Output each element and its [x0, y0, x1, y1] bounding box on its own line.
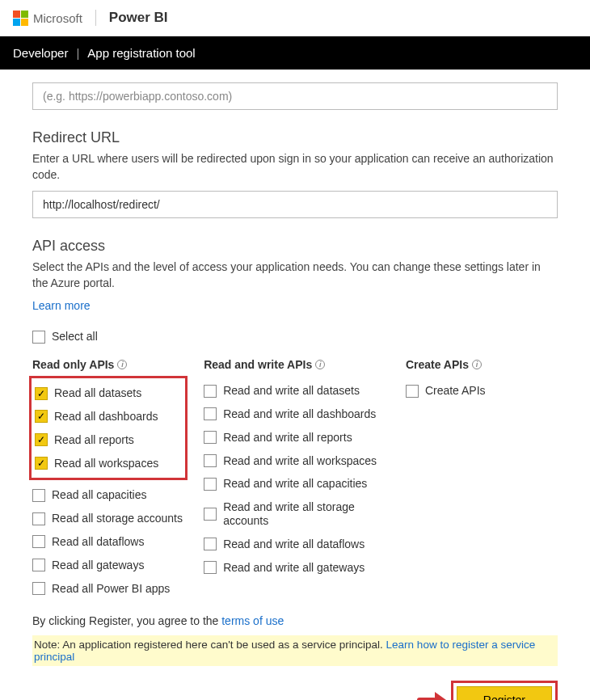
- content: Redirect URL Enter a URL where users wil…: [0, 70, 590, 700]
- checkbox[interactable]: [35, 410, 48, 423]
- readwrite-header: Read and write APIs i: [204, 358, 386, 371]
- checkbox[interactable]: [32, 582, 45, 595]
- redirect-title: Redirect URL: [32, 129, 558, 146]
- api-item-label: Read all datasets: [54, 386, 141, 400]
- learn-more-link[interactable]: Learn more: [32, 299, 91, 312]
- checkbox[interactable]: [35, 457, 48, 470]
- api-desc: Select the APIs and the level of access …: [32, 259, 558, 291]
- api-item-label: Read all Power BI apps: [52, 582, 170, 596]
- api-item[interactable]: Read all workspaces: [35, 452, 182, 475]
- info-icon[interactable]: i: [117, 360, 127, 369]
- agree-prefix: By clicking Register, you agree to the: [32, 614, 221, 627]
- agree-text: By clicking Register, you agree to the t…: [32, 614, 558, 627]
- checkbox[interactable]: [204, 478, 217, 491]
- api-title: API access: [32, 238, 558, 255]
- api-item-label: Read and write all storage accounts: [223, 500, 386, 528]
- select-all-checkbox[interactable]: [32, 331, 45, 344]
- api-item[interactable]: Read all gateways: [32, 554, 184, 577]
- action-row: Register: [32, 681, 558, 700]
- api-item[interactable]: Read all datasets: [35, 382, 182, 405]
- api-item[interactable]: Read all dashboards: [35, 405, 182, 428]
- api-item[interactable]: Read and write all dataflows: [204, 533, 386, 556]
- api-item-label: Read all workspaces: [54, 457, 158, 470]
- api-columns: Read only APIs i Read all datasets Read …: [32, 358, 558, 600]
- api-item[interactable]: Read all Power BI apps: [32, 577, 184, 601]
- checkbox[interactable]: [204, 431, 217, 444]
- api-item-label: Read and write all gateways: [223, 561, 365, 575]
- api-item-label: Read all dashboards: [54, 410, 158, 424]
- checkbox[interactable]: [32, 489, 45, 502]
- api-item[interactable]: Read all capacities: [32, 483, 184, 507]
- checkbox[interactable]: [406, 385, 419, 398]
- readonly-header: Read only APIs i: [32, 358, 184, 371]
- breadcrumb-separator: |: [76, 46, 79, 60]
- readonly-column: Read only APIs i Read all datasets Read …: [32, 358, 184, 600]
- checkbox[interactable]: [204, 454, 217, 467]
- api-item[interactable]: Read and write all gateways: [204, 556, 386, 580]
- api-item-label: Read all gateways: [52, 559, 144, 572]
- api-item-label: Read and write all datasets: [223, 384, 360, 398]
- api-item[interactable]: Create APIs: [406, 379, 558, 403]
- microsoft-logo: Microsoft: [13, 11, 82, 26]
- checkbox[interactable]: [204, 407, 217, 420]
- api-item-label: Read and write all dashboards: [223, 407, 376, 421]
- info-icon[interactable]: i: [472, 360, 482, 369]
- subheader: Developer | App registration tool: [0, 36, 590, 70]
- readwrite-title: Read and write APIs: [204, 358, 312, 371]
- note-bar: Note: An application registered here can…: [32, 635, 558, 666]
- api-item[interactable]: Read and write all workspaces: [204, 449, 386, 473]
- readonly-title: Read only APIs: [32, 358, 114, 371]
- api-item-label: Read and write all reports: [223, 431, 352, 445]
- register-highlight: Register: [451, 681, 558, 700]
- arrow-icon: [417, 694, 446, 700]
- checkbox[interactable]: [204, 508, 217, 521]
- checkbox[interactable]: [35, 433, 48, 446]
- checkbox[interactable]: [204, 385, 217, 398]
- api-item[interactable]: Read all storage accounts: [32, 507, 184, 530]
- checkbox[interactable]: [204, 538, 217, 550]
- api-item-label: Read and write all dataflows: [223, 538, 365, 551]
- checkbox[interactable]: [32, 559, 45, 571]
- app-url-input[interactable]: [32, 82, 558, 110]
- api-item[interactable]: Read and write all capacities: [204, 472, 386, 495]
- api-item-label: Read all dataflows: [52, 535, 144, 549]
- terms-link[interactable]: terms of use: [221, 614, 284, 627]
- api-item-label: Read and write all workspaces: [223, 454, 377, 468]
- highlight-box: Read all datasets Read all dashboards Re…: [29, 376, 188, 480]
- create-header: Create APIs i: [406, 358, 558, 371]
- header: Microsoft Power BI: [0, 0, 590, 36]
- api-item-label: Read and write all capacities: [223, 477, 367, 491]
- api-item[interactable]: Read and write all dashboards: [204, 403, 386, 426]
- create-column: Create APIs i Create APIs: [406, 358, 558, 600]
- redirect-url-input[interactable]: [32, 191, 558, 218]
- divider: [95, 10, 96, 26]
- breadcrumb-section: Developer: [13, 46, 68, 60]
- api-item[interactable]: Read and write all datasets: [204, 379, 386, 403]
- breadcrumb-page: App registration tool: [87, 46, 195, 60]
- info-icon[interactable]: i: [315, 360, 325, 369]
- product-name: Power BI: [109, 10, 168, 26]
- create-title: Create APIs: [406, 358, 469, 371]
- ms-logo-icon: [13, 11, 28, 26]
- checkbox[interactable]: [32, 535, 45, 548]
- api-item[interactable]: Read and write all storage accounts: [204, 495, 386, 533]
- api-item-label: Create APIs: [425, 384, 486, 398]
- select-all-label: Select all: [52, 330, 98, 344]
- select-all-row[interactable]: Select all: [32, 325, 558, 348]
- redirect-desc: Enter a URL where users will be redirect…: [32, 151, 558, 183]
- readwrite-column: Read and write APIs i Read and write all…: [204, 358, 386, 600]
- checkbox[interactable]: [204, 561, 217, 574]
- note-text: Note: An application registered here can…: [34, 639, 386, 651]
- api-item-label: Read all capacities: [52, 488, 147, 502]
- api-item[interactable]: Read all reports: [35, 428, 182, 452]
- checkbox[interactable]: [32, 512, 45, 525]
- api-item-label: Read all storage accounts: [52, 512, 183, 525]
- checkbox[interactable]: [35, 387, 48, 400]
- api-item[interactable]: Read all dataflows: [32, 530, 184, 554]
- register-button[interactable]: Register: [457, 686, 552, 700]
- api-item[interactable]: Read and write all reports: [204, 426, 386, 449]
- brand-text: Microsoft: [33, 11, 82, 25]
- api-item-label: Read all reports: [54, 433, 134, 447]
